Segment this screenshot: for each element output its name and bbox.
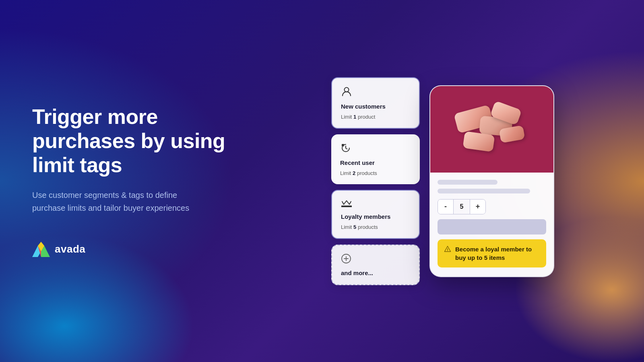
warning-icon <box>444 245 451 254</box>
card-loyalty-members[interactable]: Loyalty members Limit 5 products <box>331 190 420 239</box>
logo-text: avada <box>55 243 85 255</box>
logo-area: avada <box>32 242 242 257</box>
plus-circle-icon <box>341 253 410 265</box>
add-to-cart-placeholder <box>438 219 546 234</box>
main-heading: Trigger more purchases by using limit ta… <box>32 105 242 177</box>
soap-piece-5 <box>462 131 495 152</box>
svg-point-4 <box>345 87 349 92</box>
cards-panel: New customers Limit 1 product Recent use… <box>331 77 420 285</box>
card-loyalty-title: Loyalty members <box>341 213 410 220</box>
svg-point-6 <box>447 250 448 251</box>
product-image <box>430 86 553 173</box>
loyalty-notice-text: Become a loyal member to buy up to 5 ite… <box>455 245 540 262</box>
skeleton-desc <box>438 189 530 193</box>
phone-content: - 5 + Become a loyal member to <box>430 173 553 276</box>
card-new-customers-subtitle: Limit 1 product <box>341 114 410 120</box>
product-visual <box>452 97 532 161</box>
quantity-minus-button[interactable]: - <box>438 200 453 214</box>
content-wrapper: Trigger more purchases by using limit ta… <box>0 0 644 362</box>
loyalty-notice: Become a loyal member to buy up to 5 ite… <box>438 239 546 267</box>
skeleton-title <box>438 180 497 185</box>
left-section: Trigger more purchases by using limit ta… <box>32 105 242 257</box>
avada-logo-icon <box>32 242 50 257</box>
right-section: New customers Limit 1 product Recent use… <box>242 77 612 285</box>
person-icon <box>341 86 410 99</box>
card-recent-user-title: Recent user <box>340 159 411 166</box>
card-and-more-title: and more... <box>341 269 410 276</box>
phone-mockup: - 5 + Become a loyal member to <box>429 85 554 277</box>
card-new-customers-title: New customers <box>341 103 410 110</box>
description-text: Use customer segments & tags to define p… <box>32 189 201 214</box>
card-loyalty-subtitle: Limit 5 products <box>341 224 410 230</box>
quantity-plus-button[interactable]: + <box>470 200 485 214</box>
crown-icon <box>341 199 410 209</box>
quantity-selector[interactable]: - 5 + <box>438 199 486 214</box>
card-recent-user-subtitle: Limit 2 products <box>340 170 411 176</box>
card-recent-user[interactable]: Recent user Limit 2 products <box>331 134 420 184</box>
quantity-value: 5 <box>453 200 470 214</box>
card-new-customers[interactable]: New customers Limit 1 product <box>331 77 420 129</box>
history-icon <box>340 142 411 155</box>
card-and-more[interactable]: and more... <box>331 245 420 285</box>
